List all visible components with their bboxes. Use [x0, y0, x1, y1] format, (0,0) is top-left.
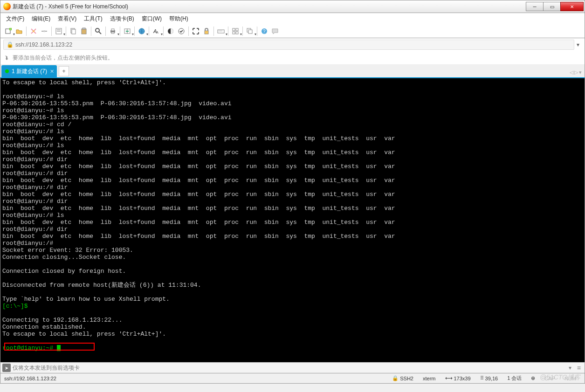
menu-tabs[interactable]: 选项卡(B) [107, 14, 137, 24]
svg-rect-9 [72, 29, 76, 34]
address-dropdown[interactable]: ▾ [574, 41, 582, 48]
fullscreen-button[interactable] [191, 26, 201, 36]
tile-button[interactable] [230, 26, 241, 36]
tab-next-button[interactable]: ▷ [574, 69, 578, 75]
globe-button[interactable] [137, 26, 147, 36]
help-button[interactable]: ? [259, 26, 269, 36]
disconnect-button[interactable] [39, 26, 49, 36]
ascii-button[interactable] [176, 26, 186, 36]
status-terminal-type: xterm [418, 376, 440, 381]
svg-point-4 [43, 30, 45, 32]
tab-bar: 1 新建会话 (7) ✕ + ◁ ▷ ▾ [0, 64, 585, 77]
svg-rect-28 [233, 28, 235, 31]
open-session-button[interactable] [14, 26, 24, 36]
tab-session-1[interactable]: 1 新建会话 (7) ✕ [1, 65, 57, 77]
lock-button[interactable] [201, 26, 212, 36]
tab-add-button[interactable]: + [59, 66, 69, 76]
address-text: ssh://192.168.1.123:22 [15, 41, 72, 48]
keyboard-button[interactable] [216, 26, 226, 36]
close-button[interactable]: ✕ [560, 2, 584, 11]
status-ring-icon: ⊕ [526, 375, 540, 381]
svg-rect-24 [218, 30, 224, 33]
tab-close-button[interactable]: ✕ [50, 68, 54, 74]
font-button[interactable]: AA [151, 26, 161, 36]
svg-point-12 [96, 28, 99, 32]
tab-list-button[interactable]: ▾ [579, 69, 582, 75]
tab-status-icon [5, 69, 9, 73]
paste-button[interactable] [79, 26, 89, 36]
compose-options[interactable]: ≡ [575, 364, 583, 372]
send-icon[interactable]: ➤ [2, 364, 11, 372]
compose-dropdown[interactable]: ▾ [567, 365, 573, 371]
menu-help[interactable]: 帮助(H) [166, 14, 191, 24]
svg-text:?: ? [263, 29, 266, 34]
cascade-button[interactable] [245, 26, 255, 36]
app-icon [3, 3, 11, 10]
tab-label: 1 新建会话 (7) [12, 68, 47, 75]
svg-point-3 [33, 30, 34, 32]
menu-bar: 文件(F) 编辑(E) 查看(V) 工具(T) 选项卡(B) 窗口(W) 帮助(… [0, 13, 585, 24]
svg-rect-27 [221, 31, 222, 31]
status-size: ⟷173x39 [440, 375, 475, 381]
menu-tools[interactable]: 工具(T) [81, 14, 105, 24]
svg-text:+: + [10, 27, 11, 30]
address-field[interactable]: 🔒 ssh://192.168.1.123:22 [3, 40, 574, 50]
svg-rect-25 [219, 31, 220, 31]
svg-rect-29 [236, 28, 238, 31]
svg-rect-14 [111, 29, 114, 31]
svg-rect-33 [248, 30, 252, 34]
svg-rect-11 [83, 28, 85, 29]
toolbar: + AA ? [0, 24, 585, 38]
svg-rect-30 [233, 32, 235, 34]
title-bar: 新建会话 (7) - Xshell 5 (Free for Home/Schoo… [0, 0, 585, 13]
copy-button[interactable] [68, 26, 78, 36]
status-cap: CAP [540, 376, 560, 381]
svg-rect-7 [57, 31, 61, 32]
svg-rect-6 [57, 29, 61, 30]
svg-rect-10 [82, 29, 86, 34]
menu-view[interactable]: 查看(V) [55, 14, 79, 24]
color-scheme-button[interactable] [165, 26, 176, 36]
window-title: 新建会话 (7) - Xshell 5 (Free for Home/Schoo… [13, 3, 526, 11]
status-bar: ssh://192.168.1.123:22 🔒SSH2 xterm ⟷173x… [0, 373, 585, 384]
minimize-button[interactable]: ─ [526, 2, 544, 11]
status-sessions: 1 会话 [502, 375, 526, 382]
hint-arrow-icon: ⮯ [4, 54, 10, 61]
svg-rect-15 [111, 32, 114, 34]
transfer-button[interactable] [122, 26, 132, 36]
compose-bar: ➤ ▾ ≡ [0, 362, 585, 373]
status-num: NUM [560, 376, 581, 381]
properties-button[interactable] [54, 26, 64, 36]
hint-bar: ⮯ 要添加当前会话，点击左侧的箭头按钮。 [0, 51, 585, 64]
reconnect-button[interactable] [28, 26, 39, 36]
address-bar: 🔒 ssh://192.168.1.123:22 ▾ [0, 38, 585, 51]
tab-prev-button[interactable]: ◁ [570, 69, 573, 75]
chat-button[interactable] [270, 26, 280, 36]
new-session-button[interactable]: + [3, 26, 14, 36]
svg-rect-31 [236, 32, 238, 34]
svg-rect-26 [220, 31, 221, 31]
maximize-button[interactable]: ▭ [543, 2, 561, 11]
print-button[interactable] [108, 26, 118, 36]
status-cursor-pos: ⠿39,16 [475, 375, 503, 381]
lock-icon: 🔒 [7, 41, 14, 48]
menu-edit[interactable]: 编辑(E) [29, 14, 53, 24]
status-address: ssh://192.168.1.123:22 [4, 376, 56, 381]
terminal-output[interactable]: To escape to local shell, press 'Ctrl+Al… [0, 77, 585, 362]
compose-input[interactable] [13, 365, 565, 371]
svg-rect-23 [205, 31, 208, 34]
status-protocol: 🔒SSH2 [387, 375, 418, 381]
svg-text:A: A [156, 31, 158, 34]
menu-file[interactable]: 文件(F) [3, 14, 27, 24]
find-button[interactable] [93, 26, 103, 36]
menu-window[interactable]: 窗口(W) [139, 14, 165, 24]
hint-text: 要添加当前会话，点击左侧的箭头按钮。 [13, 54, 113, 62]
